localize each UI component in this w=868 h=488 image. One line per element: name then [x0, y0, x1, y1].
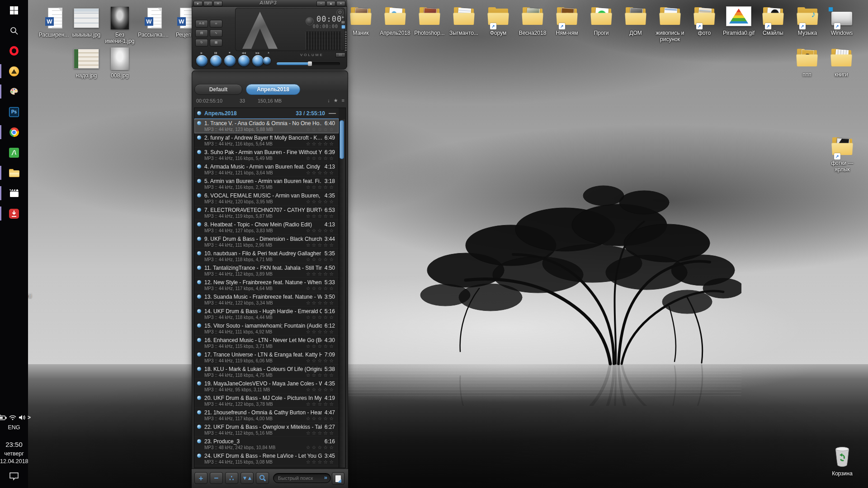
track-rating-stars[interactable]: ☆☆☆☆☆	[306, 460, 335, 465]
wave-button[interactable]: ∿	[210, 29, 222, 37]
track-rating-stars[interactable]: ☆☆☆☆☆	[306, 358, 335, 363]
explorer-icon[interactable]	[0, 163, 28, 183]
desktop-icon-форум[interactable]: ↗Форум	[481, 5, 516, 36]
track-row[interactable]: 23. Produce_36:16MP3 :: 48 kHz, 242 kbps…	[194, 437, 339, 451]
desktop-icon-зыгманто[interactable]: Зыгманто...	[446, 5, 481, 36]
desktop-icon-фото[interactable]: ↗фото	[687, 5, 722, 36]
repeat-button[interactable]: ↻	[195, 39, 208, 47]
track-rating-stars[interactable]: ☆☆☆☆☆	[306, 185, 335, 190]
track-row[interactable]: 19. MayaJaneColesVEVO - Maya Jane Coles …	[194, 379, 339, 394]
opera-icon[interactable]	[0, 41, 28, 61]
track-row[interactable]: 6. VOCAL FEMALE MUSIC - Armin van Buuren…	[194, 191, 339, 206]
track-row[interactable]: 21. 1housefreund - Omnia & Cathy Burton …	[194, 408, 339, 422]
search-more-icon[interactable]: »	[324, 474, 327, 481]
track-rating-stars[interactable]: ☆☆☆☆☆	[306, 257, 335, 262]
minimize-button[interactable]: −	[316, 1, 326, 6]
paint-icon[interactable]	[0, 81, 28, 102]
aimp-icon[interactable]	[0, 61, 28, 81]
desktop-icon-музыка[interactable]: ♪↗Музыка	[790, 5, 825, 36]
search-icon[interactable]	[0, 20, 28, 41]
stop-button[interactable]	[224, 55, 236, 66]
desktop-icon-фотки-ярлык[interactable]: ↗фотки — ярлык	[825, 135, 860, 173]
track-row[interactable]: 12. New Style - Frainbreeze feat. Natune…	[194, 278, 339, 292]
equalizer-mini-button[interactable]: ≡≡	[335, 52, 345, 57]
volume-thumb[interactable]	[308, 61, 312, 66]
desktop-icon-смайлы[interactable]: ↗Смайлы	[755, 5, 791, 36]
track-row[interactable]: 13. Suanda Music - Frainbreeze feat. Nat…	[194, 292, 339, 307]
track-rating-stars[interactable]: ☆☆☆☆☆	[306, 141, 335, 146]
visualization-button[interactable]: ▦	[210, 39, 222, 47]
track-row[interactable]: 3. Suho Pak - Armin van Buuren - Fine Wi…	[194, 148, 339, 162]
taskbar-clock[interactable]: 23:50 четверг 12.04.2018	[0, 441, 28, 465]
desktop-icon-дом[interactable]: ДОМ	[618, 5, 653, 36]
aimp-player-window[interactable]: ▸♪≡ AIMP3 −▲× A-B∞▤∿↻▦ ⏻ 00:00 00:00:00 …	[192, 0, 347, 70]
desktop-icon-piramida0-gif[interactable]: Piramida0.gif	[721, 5, 756, 36]
track-row[interactable]: 20. UKF Drum & Bass - MJ Cole - Pictures…	[194, 394, 339, 408]
track-rating-stars[interactable]: ☆☆☆☆☆	[306, 445, 335, 450]
playlist-group-header[interactable]: Апрель2018 33 / 2:55:10 —	[194, 108, 339, 119]
desktop-icon-корзина[interactable]: Корзина	[825, 445, 860, 477]
playlist-mini-icon[interactable]: ♪	[203, 1, 212, 6]
track-row[interactable]: 8. Heatbeat - Topic - Chow Mein (Radio E…	[194, 220, 339, 235]
track-rating-stars[interactable]: ☆☆☆☆☆	[306, 431, 335, 436]
track-rating-stars[interactable]: ☆☆☆☆☆	[306, 286, 335, 291]
start-icon[interactable]	[0, 0, 28, 20]
close-button[interactable]: ×	[336, 1, 345, 6]
group-collapse-button[interactable]: —	[329, 109, 336, 117]
track-rating-stars[interactable]: ☆☆☆☆☆	[306, 315, 335, 320]
desktop-icon-ыыыыы-jpg[interactable]: ыыыыы.jpg	[69, 6, 104, 38]
add-button[interactable]: +	[194, 472, 208, 484]
search-button[interactable]	[256, 472, 269, 484]
corel-icon[interactable]	[0, 142, 28, 163]
track-rating-stars[interactable]: ☆☆☆☆☆	[306, 387, 335, 392]
download-icon[interactable]	[0, 203, 28, 224]
battery-icon[interactable]	[0, 414, 7, 421]
new-playlist-button[interactable]	[332, 472, 344, 485]
eject-button[interactable]	[263, 57, 271, 65]
notification-center-icon[interactable]	[9, 472, 19, 483]
sort-button[interactable]: ▼▲	[241, 472, 254, 484]
track-row[interactable]: 11. TantalizingTrance - FKN feat. Jahala…	[194, 263, 339, 278]
movie-icon[interactable]	[0, 183, 28, 203]
balance-slider[interactable]	[345, 32, 347, 52]
desktop-icon-расширен[interactable]: WРасширен...	[36, 6, 71, 38]
photoshop-icon[interactable]: Ps	[0, 102, 28, 122]
language-indicator[interactable]: ENG	[0, 424, 28, 431]
collapse-button[interactable]: ▲	[326, 1, 335, 6]
shuffle-button[interactable]: ∴	[225, 472, 238, 484]
remove-button[interactable]: −	[210, 472, 223, 484]
track-row[interactable]: 9. UKF Drum & Bass - Dimension - Black C…	[194, 235, 339, 249]
shuffle-button[interactable]: ∞	[210, 20, 222, 28]
desktop-icon-весна2018[interactable]: Весна2018	[515, 5, 550, 36]
track-rating-stars[interactable]: ☆☆☆☆☆	[306, 214, 335, 219]
playlist-tab-default[interactable]: Default	[194, 84, 242, 95]
volume-icon[interactable]	[18, 414, 26, 421]
menu-mini-icon[interactable]: ≡	[213, 1, 222, 6]
track-row[interactable]: 2. funny af - Andrew Bayer ft Molly Banc…	[194, 133, 339, 148]
track-rating-stars[interactable]: ☆☆☆☆☆	[306, 272, 335, 277]
desktop-icon-живопись-и-рисунок[interactable]: живопись и рисунок	[652, 5, 688, 42]
desktop-icon-ням-ням[interactable]: ↗Ням-ням	[549, 5, 585, 36]
desktop-icon-книги[interactable]: книги	[824, 46, 859, 78]
desktop-icon-рассылка[interactable]: WРассылка....	[136, 6, 171, 38]
track-rating-stars[interactable]: ☆☆☆☆☆	[306, 127, 335, 132]
track-row[interactable]: 7. ELECTRORAVETECHNO707 - CATHY BURTON ……	[194, 206, 339, 220]
track-rating-stars[interactable]: ☆☆☆☆☆	[306, 243, 335, 248]
ab-repeat-button[interactable]: A-B	[195, 20, 208, 28]
play-button[interactable]	[196, 55, 208, 66]
quick-search-input[interactable]	[273, 473, 331, 483]
track-row[interactable]: 14. UKF Drum & Bass - Hugh Hardie - Emer…	[194, 307, 339, 321]
desktop-icon-надо-jpg[interactable]: надо.jpg	[69, 47, 104, 79]
playlist-scrollbar[interactable]	[339, 119, 345, 468]
desktop-icon-проги[interactable]: Проги	[584, 5, 619, 36]
desktop-icon-апрель2018[interactable]: Апрель2018	[377, 5, 413, 36]
track-row[interactable]: 10. nautxtuan - Filo & Peri feat Audrey …	[194, 249, 339, 263]
scrollbar-thumb[interactable]	[340, 120, 344, 159]
track-rating-stars[interactable]: ☆☆☆☆☆	[306, 199, 335, 204]
desktop-icon-008-jpg[interactable]: 008.jpg	[102, 47, 137, 79]
track-rating-stars[interactable]: ☆☆☆☆☆	[306, 416, 335, 421]
copy-button[interactable]: ▤	[195, 29, 208, 37]
volume-slider[interactable]	[277, 62, 340, 65]
track-rating-stars[interactable]: ☆☆☆☆☆	[306, 344, 335, 349]
track-rating-stars[interactable]: ☆☆☆☆☆	[306, 228, 335, 233]
